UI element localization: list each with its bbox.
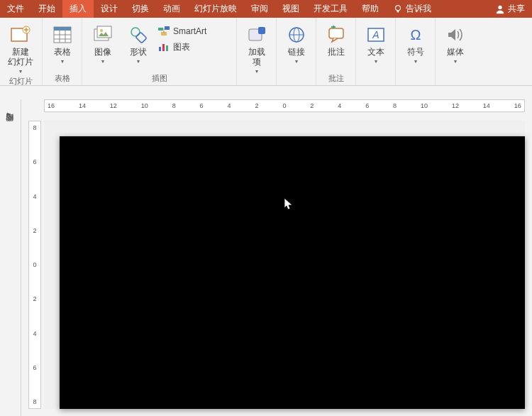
ruler-tick: 10 xyxy=(421,102,428,109)
svg-rect-15 xyxy=(135,32,147,43)
group-addins-label xyxy=(237,82,276,85)
group-addins: 加载 项 ▾ xyxy=(237,18,277,85)
ruler-tick: 8 xyxy=(393,102,397,109)
svg-rect-21 xyxy=(166,45,168,51)
images-icon xyxy=(92,23,114,46)
svg-rect-20 xyxy=(162,44,165,51)
chevron-down-icon: ▾ xyxy=(101,58,104,65)
horizontal-ruler: 1614121086420246810121416 xyxy=(44,99,525,112)
ruler-tick: 4 xyxy=(33,330,36,337)
chevron-down-icon: ▾ xyxy=(61,58,64,65)
chevron-down-icon: ▾ xyxy=(19,68,22,75)
media-button[interactable]: 媒体 ▾ xyxy=(440,22,471,65)
links-button[interactable]: 链接 ▾ xyxy=(281,22,311,65)
tab-insert[interactable]: 插入 xyxy=(62,0,94,18)
table-label: 表格 xyxy=(54,48,71,58)
chevron-down-icon: ▾ xyxy=(414,58,417,65)
group-links: 链接 ▾ xyxy=(277,18,316,85)
addins-icon xyxy=(245,23,268,46)
shapes-button[interactable]: 形状 ▾ xyxy=(122,22,155,65)
svg-rect-27 xyxy=(329,28,343,38)
group-comments: 批注 批注 xyxy=(316,18,356,85)
new-slide-icon xyxy=(9,23,32,46)
ribbon: 新建 幻灯片 ▾ 幻灯片 表格 ▾ 表格 图像 ▾ xyxy=(0,18,532,86)
ruler-tick: 0 xyxy=(282,102,286,109)
tab-file[interactable]: 文件 xyxy=(0,0,31,18)
smartart-label: SmartArt xyxy=(173,26,206,36)
tell-me-search[interactable]: 告诉我 xyxy=(386,0,438,18)
media-label: 媒体 xyxy=(447,48,464,58)
ruler-tick: 4 xyxy=(338,102,341,109)
symbol-label: 符号 xyxy=(407,48,424,58)
ruler-tick: 6 xyxy=(33,364,36,371)
textbox-icon: A xyxy=(365,23,387,46)
shapes-icon xyxy=(127,23,150,46)
speaker-icon xyxy=(444,23,467,46)
svg-rect-1 xyxy=(397,10,399,12)
lightbulb-icon xyxy=(393,4,403,14)
images-button[interactable]: 图像 ▾ xyxy=(87,22,119,65)
tab-animations[interactable]: 动画 xyxy=(156,0,187,18)
ruler-tick: 2 xyxy=(310,102,314,109)
group-tables: 表格 ▾ 表格 xyxy=(43,18,82,85)
ruler-tick: 0 xyxy=(33,261,36,268)
tab-view[interactable]: 视图 xyxy=(275,0,306,18)
ruler-tick: 14 xyxy=(483,102,490,109)
addins-button[interactable]: 加载 项 ▾ xyxy=(241,22,272,75)
tab-review[interactable]: 审阅 xyxy=(244,0,275,18)
expand-thumbnails-button[interactable]: ▸ xyxy=(7,109,11,119)
ruler-tick: 6 xyxy=(365,102,369,109)
ruler-tick: 4 xyxy=(228,102,231,109)
menu-tab-bar: 文件 开始 插入 设计 切换 动画 幻灯片放映 审阅 视图 开发工具 帮助 告诉… xyxy=(0,0,532,18)
comment-button[interactable]: 批注 xyxy=(321,22,351,58)
svg-rect-17 xyxy=(165,26,170,30)
ruler-tick: 10 xyxy=(141,102,148,109)
slide-canvas-area xyxy=(44,121,525,409)
chevron-down-icon: ▾ xyxy=(454,58,457,65)
ruler-tick: 4 xyxy=(33,193,36,200)
tab-slideshow[interactable]: 幻灯片放映 xyxy=(187,0,244,18)
ruler-tick: 6 xyxy=(200,102,204,109)
ruler-tick: 8 xyxy=(33,398,36,405)
group-text-label xyxy=(356,82,395,85)
smartart-button[interactable]: SmartArt xyxy=(157,25,206,38)
vertical-ruler: 864202468 xyxy=(28,121,41,409)
table-icon xyxy=(51,23,74,46)
svg-rect-23 xyxy=(258,27,265,34)
ruler-tick: 12 xyxy=(452,102,459,109)
tab-help[interactable]: 帮助 xyxy=(355,0,386,18)
share-button[interactable]: 共享 xyxy=(488,0,532,18)
svg-point-0 xyxy=(396,5,401,10)
tab-developer[interactable]: 开发工具 xyxy=(306,0,355,18)
ruler-tick: 16 xyxy=(514,102,521,109)
ruler-tick: 14 xyxy=(79,102,86,109)
chevron-down-icon: ▾ xyxy=(295,58,298,65)
group-symbols-label xyxy=(396,82,435,85)
tab-transitions[interactable]: 切换 xyxy=(125,0,156,18)
new-slide-button[interactable]: 新建 幻灯片 ▾ xyxy=(4,22,37,75)
svg-point-2 xyxy=(498,5,501,9)
text-button[interactable]: A 文本 ▾ xyxy=(360,22,391,65)
chart-icon xyxy=(157,40,170,53)
tab-design[interactable]: 设计 xyxy=(94,0,125,18)
group-media-label xyxy=(436,82,475,85)
table-button[interactable]: 表格 ▾ xyxy=(47,22,77,65)
chevron-down-icon: ▾ xyxy=(255,68,258,75)
ruler-tick: 16 xyxy=(48,102,55,109)
text-label: 文本 xyxy=(367,48,384,58)
svg-point-13 xyxy=(100,29,103,32)
ruler-tick: 2 xyxy=(33,295,36,302)
tell-me-label: 告诉我 xyxy=(406,3,431,15)
ruler-tick: 8 xyxy=(172,102,176,109)
group-comments-label: 批注 xyxy=(316,72,355,85)
slide[interactable] xyxy=(60,136,525,409)
images-label: 图像 xyxy=(94,48,111,58)
chart-button[interactable]: 图表 xyxy=(157,40,206,53)
svg-rect-19 xyxy=(159,47,161,51)
svg-rect-16 xyxy=(158,28,163,31)
shapes-label: 形状 xyxy=(130,48,147,58)
group-slides-label: 幻灯片 xyxy=(0,75,42,88)
symbol-button[interactable]: Ω 符号 ▾ xyxy=(400,22,431,65)
group-text: A 文本 ▾ xyxy=(356,18,396,85)
tab-home[interactable]: 开始 xyxy=(31,0,62,18)
